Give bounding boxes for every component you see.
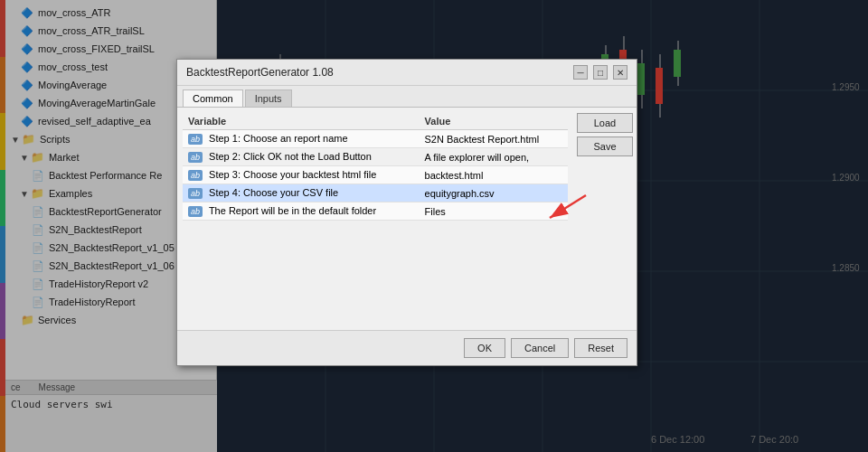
table-row: ab The Report will be in the default fol…: [183, 202, 568, 221]
table-row: ab Step 3: Choose your backtest html fil…: [183, 166, 568, 184]
minimize-button[interactable]: ─: [573, 65, 588, 80]
modal-tab-inputs[interactable]: Inputs: [245, 89, 292, 107]
table-row: ab Step 1: Choose an report name S2N Bac…: [183, 130, 568, 148]
modal-dialog: BacktestReportGenerator 1.08 ─ □ ✕ Commo…: [176, 59, 637, 366]
svg-line-46: [550, 195, 586, 218]
modal-overlay: BacktestReportGenerator 1.08 ─ □ ✕ Commo…: [0, 0, 868, 452]
cancel-button[interactable]: Cancel: [511, 338, 569, 358]
type-badge: ab: [188, 188, 203, 199]
table-container: Variable Value ab Step 1: Choose an repo…: [177, 108, 573, 330]
col-value: Value: [420, 113, 568, 130]
type-badge: ab: [188, 206, 203, 217]
type-badge: ab: [188, 152, 203, 163]
reset-button[interactable]: Reset: [574, 338, 627, 358]
modal-title: BacktestReportGenerator 1.08: [186, 66, 334, 79]
annotation-arrow: [532, 191, 604, 227]
modal-titlebar: BacktestReportGenerator 1.08 ─ □ ✕: [177, 60, 637, 86]
table-row: ab Step 2: Click OK not the Load Button …: [183, 148, 568, 166]
ok-button[interactable]: OK: [464, 338, 505, 358]
modal-content-area: Variable Value ab Step 1: Choose an repo…: [177, 108, 637, 330]
type-badge: ab: [188, 134, 203, 145]
load-button[interactable]: Load: [577, 113, 633, 133]
modal-tab-common[interactable]: Common: [183, 89, 243, 107]
modal-controls: ─ □ ✕: [573, 65, 627, 80]
save-button[interactable]: Save: [577, 137, 633, 156]
maximize-button[interactable]: □: [593, 65, 608, 80]
modal-footer: OK Cancel Reset: [177, 330, 637, 365]
close-button[interactable]: ✕: [613, 65, 627, 80]
variable-table: Variable Value ab Step 1: Choose an repo…: [183, 113, 568, 221]
table-row-highlighted: ab Step 4: Choose your CSV file equitygr…: [183, 184, 568, 202]
modal-tabs: Common Inputs: [177, 86, 637, 108]
type-badge: ab: [188, 170, 203, 181]
col-variable: Variable: [183, 113, 420, 130]
